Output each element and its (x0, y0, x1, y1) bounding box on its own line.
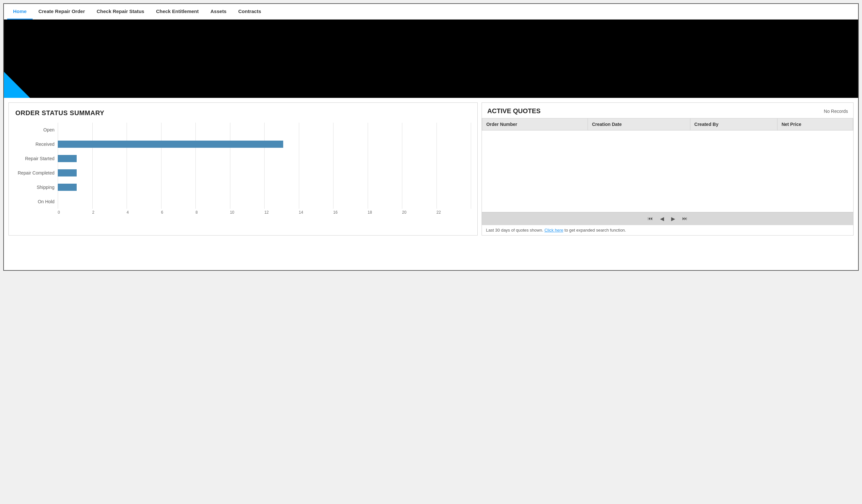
grid-line (127, 151, 127, 166)
nav-check-entitlement[interactable]: Check Entitlement (150, 4, 205, 19)
grid-line (299, 180, 299, 195)
grid-line (195, 166, 196, 180)
order-status-title: ORDER STATUS SUMMARY (15, 109, 471, 117)
grid-line (471, 151, 471, 166)
grid-line (471, 180, 471, 195)
grid-line (92, 166, 93, 180)
grid-line (230, 151, 230, 166)
grid-line (471, 123, 471, 137)
grid-line (127, 123, 127, 137)
grid-line (368, 166, 368, 180)
chart-row-label: Received (15, 142, 54, 147)
chart-bar (58, 169, 77, 176)
grid-line (436, 195, 437, 209)
nav-home[interactable]: Home (7, 4, 32, 19)
chart-row: Repair Completed (58, 166, 471, 180)
quotes-footer: Last 30 days of quotes shown. Click here… (482, 225, 853, 235)
x-axis-label: 14 (299, 210, 334, 215)
chart-wrapper: OpenReceivedRepair StartedRepair Complet… (58, 123, 471, 209)
chart-bar (58, 155, 77, 162)
grid-line (368, 195, 368, 209)
chart-bar (58, 141, 283, 148)
grid-line (402, 137, 402, 151)
x-axis-label: 6 (161, 210, 196, 215)
chart-row: Repair Started (58, 151, 471, 166)
grid-line (333, 180, 334, 195)
grid-line (264, 166, 265, 180)
grid-line (402, 195, 402, 209)
grid-line (92, 195, 93, 209)
x-axis-label: 8 (195, 210, 230, 215)
pagination-prev[interactable]: ◀ (658, 215, 666, 223)
grid-line (402, 180, 402, 195)
footer-link[interactable]: Click here (545, 228, 563, 233)
col-net-price: Net Price (778, 118, 853, 131)
banner-triangle (4, 72, 30, 98)
grid-line (402, 151, 402, 166)
chart-row: Open (58, 123, 471, 137)
grid-line (195, 151, 196, 166)
grid-line (92, 151, 93, 166)
pagination-next[interactable]: ▶ (669, 215, 677, 223)
col-order-number: Order Number (482, 118, 588, 131)
no-records-label: No Records (824, 109, 848, 114)
grid-line (333, 137, 334, 151)
nav-bar: Home Create Repair Order Check Repair St… (4, 4, 858, 19)
grid-line (333, 166, 334, 180)
grid-line (436, 166, 437, 180)
grid-line (127, 180, 127, 195)
col-created-by: Created By (690, 118, 778, 131)
chart-row: Received (58, 137, 471, 151)
nav-create-repair-order[interactable]: Create Repair Order (32, 4, 91, 19)
app-frame: Home Create Repair Order Check Repair St… (3, 3, 859, 271)
footer-static-text: Last 30 days of quotes shown. (486, 228, 543, 233)
grid-line (92, 180, 93, 195)
pagination-last[interactable]: ⏭ (680, 215, 689, 222)
grid-line (161, 195, 161, 209)
pagination-bar: ⏮ ◀ ▶ ⏭ (482, 212, 853, 225)
grid-line (161, 151, 161, 166)
grid-line (333, 195, 334, 209)
nav-contracts[interactable]: Contracts (232, 4, 267, 19)
grid-line (299, 137, 299, 151)
quotes-title: ACTIVE QUOTES (487, 107, 540, 115)
grid-line (161, 123, 161, 137)
nav-assets[interactable]: Assets (205, 4, 232, 19)
grid-line (195, 180, 196, 195)
grid-line (195, 123, 196, 137)
grid-line (436, 137, 437, 151)
banner-image (4, 19, 858, 98)
grid-line (230, 166, 230, 180)
empty-row (482, 131, 853, 212)
chart-row-label: Repair Started (15, 156, 54, 161)
grid-line (230, 123, 230, 137)
x-axis-label: 10 (230, 210, 265, 215)
chart-bar (58, 184, 77, 191)
grid-line (264, 123, 265, 137)
chart-row: On Hold (58, 195, 471, 209)
chart-area: OpenReceivedRepair StartedRepair Complet… (15, 123, 471, 224)
grid-line (127, 166, 127, 180)
x-axis-label: 0 (58, 210, 92, 215)
x-axis-label: 20 (402, 210, 436, 215)
grid-line (161, 166, 161, 180)
active-quotes-panel: ACTIVE QUOTES No Records Order Number Cr… (482, 103, 853, 236)
order-status-panel: ORDER STATUS SUMMARY OpenReceivedRepair … (9, 103, 478, 236)
grid-line (436, 180, 437, 195)
grid-line (264, 195, 265, 209)
grid-line (436, 123, 437, 137)
quotes-table: Order Number Creation Date Created By Ne… (482, 118, 853, 212)
grid-line (264, 180, 265, 195)
nav-check-repair-status[interactable]: Check Repair Status (91, 4, 150, 19)
chart-row-label: Repair Completed (15, 170, 54, 175)
pagination-first[interactable]: ⏮ (646, 215, 655, 222)
x-axis-label: 22 (436, 210, 471, 215)
chart-row: Shipping (58, 180, 471, 195)
grid-line (333, 123, 334, 137)
quotes-table-body (482, 131, 853, 212)
grid-line (402, 166, 402, 180)
grid-line (58, 195, 58, 209)
quotes-table-header-row: Order Number Creation Date Created By Ne… (482, 118, 853, 131)
grid-line (92, 123, 93, 137)
grid-line (299, 195, 299, 209)
